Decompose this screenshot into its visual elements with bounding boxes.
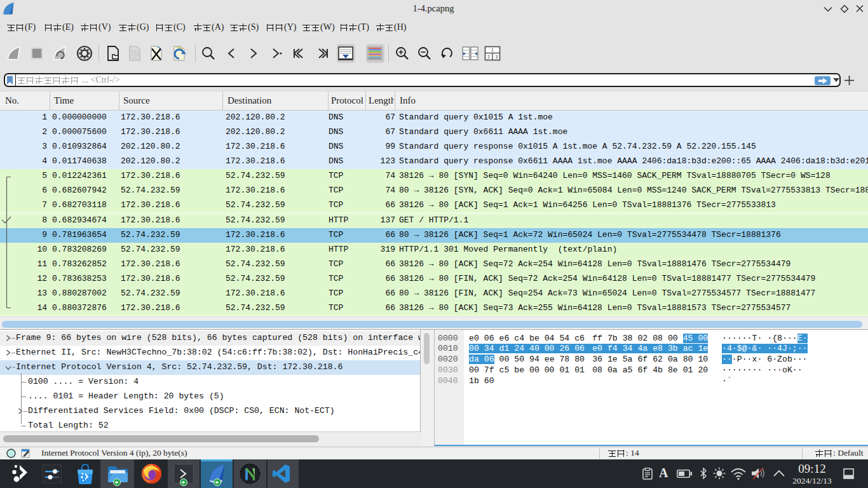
svg-text:2: 2 (487, 55, 490, 59)
svg-text:0111: 0111 (131, 56, 139, 60)
svg-text:3: 3 (496, 55, 498, 59)
svg-text:1: 1 (491, 48, 494, 52)
